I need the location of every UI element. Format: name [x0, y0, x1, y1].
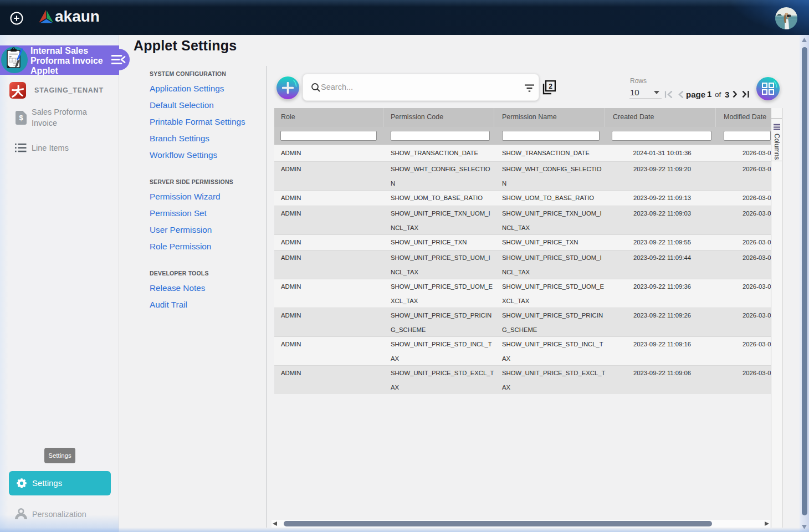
svg-text:$: $	[19, 114, 23, 122]
svg-text:2: 2	[549, 83, 552, 90]
